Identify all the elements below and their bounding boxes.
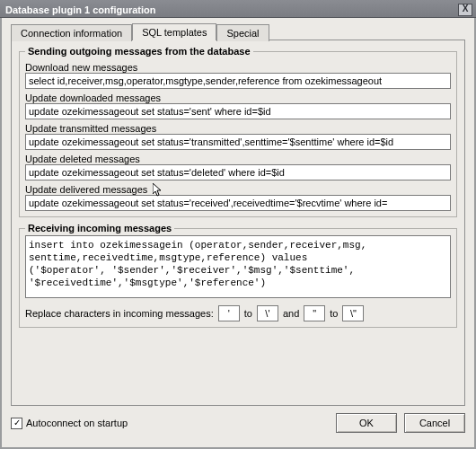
label-delivered: Update delivered messages — [25, 184, 451, 195]
tab-panel-sql: Sending outgoing messages from the datab… — [11, 40, 465, 406]
replace-1-to[interactable] — [257, 305, 278, 321]
to-label-1: to — [244, 308, 252, 319]
replace-label: Replace characters in incoming messages: — [25, 308, 214, 319]
input-delivered-sql[interactable] — [25, 195, 451, 211]
group-incoming: Receiving incoming messages Replace char… — [19, 223, 457, 328]
cancel-button[interactable]: Cancel — [404, 413, 465, 433]
footer-row: ✓ Autoconnect on startup OK Cancel — [11, 406, 465, 433]
button-row: OK Cancel — [336, 413, 465, 433]
tab-special[interactable]: Special — [216, 24, 269, 41]
dialog-body: Connection information SQL templates Spe… — [0, 18, 476, 449]
replace-2-from[interactable] — [304, 305, 325, 321]
group-outgoing: Sending outgoing messages from the datab… — [19, 46, 457, 217]
to-label-2: to — [330, 308, 338, 319]
replace-row: Replace characters in incoming messages:… — [25, 305, 451, 321]
check-icon: ✓ — [11, 418, 22, 429]
group-incoming-legend: Receiving incoming messages — [25, 223, 174, 233]
and-label: and — [283, 308, 299, 319]
input-transmitted-sql[interactable] — [25, 134, 451, 150]
label-transmitted: Update transmitted messages — [25, 123, 451, 134]
tab-connection[interactable]: Connection information — [11, 24, 132, 41]
autoconnect-label: Autoconnect on startup — [26, 418, 128, 428]
input-download-sql[interactable] — [25, 73, 451, 89]
textarea-incoming-sql[interactable] — [25, 235, 451, 298]
replace-2-to[interactable] — [342, 305, 364, 321]
label-download: Download new messages — [25, 62, 451, 73]
input-deleted-sql[interactable] — [25, 164, 451, 180]
autoconnect-checkbox[interactable]: ✓ Autoconnect on startup — [11, 418, 128, 429]
title-bar: Database plugin 1 configuration X — [0, 0, 476, 18]
tab-sql-templates[interactable]: SQL templates — [132, 23, 216, 40]
ok-button[interactable]: OK — [336, 413, 397, 433]
replace-1-from[interactable] — [218, 305, 240, 321]
window-title: Database plugin 1 configuration — [5, 4, 155, 15]
tab-strip: Connection information SQL templates Spe… — [11, 23, 465, 40]
group-outgoing-legend: Sending outgoing messages from the datab… — [25, 46, 253, 57]
input-updated-sql[interactable] — [25, 103, 451, 119]
label-deleted: Update deleted messages — [25, 154, 451, 164]
close-button[interactable]: X — [458, 4, 472, 16]
label-updated: Update downloaded messages — [25, 92, 451, 103]
